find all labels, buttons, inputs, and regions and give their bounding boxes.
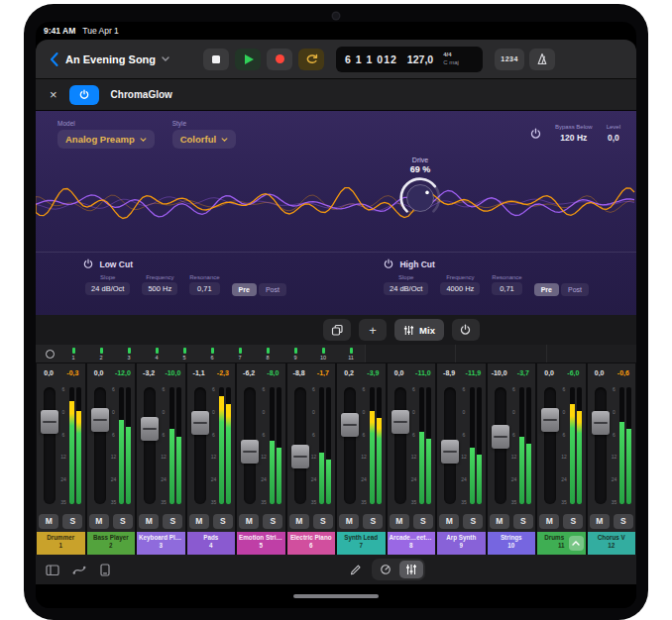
- post-button[interactable]: Post: [561, 283, 589, 296]
- home-indicator[interactable]: [293, 594, 379, 598]
- edit-button[interactable]: [349, 564, 362, 576]
- fader-handle[interactable]: [592, 411, 610, 435]
- high-cut-slope[interactable]: Slope 24 dB/Oct: [384, 274, 428, 295]
- fader-handle[interactable]: [492, 425, 509, 449]
- channel-volume-db[interactable]: -1,1: [187, 369, 211, 376]
- ruler-bar-cell[interactable]: 1: [59, 345, 87, 362]
- ruler-bar-cell[interactable]: 7: [226, 345, 254, 362]
- copy-button[interactable]: [323, 319, 351, 341]
- track-name-plate[interactable]: Keyboard Player3: [137, 532, 185, 555]
- mute-button[interactable]: M: [289, 514, 309, 529]
- mute-button[interactable]: M: [39, 514, 58, 529]
- mute-button[interactable]: M: [239, 514, 259, 529]
- ruler-bar-cell[interactable]: 8: [254, 345, 281, 362]
- song-title[interactable]: An Evening Song: [65, 53, 156, 65]
- count-in-button[interactable]: 1234: [495, 49, 524, 70]
- mixer-power-button[interactable]: [452, 319, 480, 341]
- ruler-bar-cell[interactable]: 3: [115, 345, 143, 362]
- post-button[interactable]: Post: [259, 283, 286, 296]
- fader-handle[interactable]: [441, 440, 459, 464]
- model-selector[interactable]: Analog Preamp: [57, 130, 155, 149]
- browser-button[interactable]: [46, 564, 59, 576]
- ruler-bar-cell[interactable]: 4: [143, 345, 170, 362]
- channel-volume-db[interactable]: -6,2: [237, 369, 261, 376]
- solo-button[interactable]: S: [313, 514, 333, 529]
- controls-view-button[interactable]: [374, 561, 397, 578]
- fader-handle[interactable]: [241, 440, 259, 464]
- track-name-plate[interactable]: Synth Lead7: [337, 532, 386, 555]
- channel-volume-db[interactable]: -3,2: [137, 369, 161, 376]
- fader-handle[interactable]: [141, 417, 159, 441]
- fader-handle[interactable]: [341, 413, 359, 437]
- bypass-power-button[interactable]: [530, 128, 541, 140]
- fader-handle[interactable]: [541, 408, 559, 432]
- mute-button[interactable]: M: [390, 514, 409, 529]
- bypass-below-control[interactable]: Bypass Below 120 Hz: [555, 124, 593, 143]
- fader-handle[interactable]: [91, 408, 109, 432]
- solo-button[interactable]: S: [163, 514, 182, 529]
- track-name-plate[interactable]: Drummer1: [37, 532, 85, 555]
- solo-button[interactable]: S: [213, 514, 233, 529]
- solo-button[interactable]: S: [62, 514, 82, 529]
- solo-button[interactable]: S: [113, 514, 133, 529]
- mute-button[interactable]: M: [490, 514, 509, 529]
- cycle-button[interactable]: [298, 49, 324, 70]
- channel-volume-db[interactable]: 0,0: [388, 369, 411, 376]
- channel-volume-db[interactable]: 0,0: [87, 369, 111, 376]
- solo-button[interactable]: S: [513, 514, 533, 529]
- fader-handle[interactable]: [191, 411, 209, 435]
- mute-button[interactable]: M: [439, 514, 459, 529]
- channel-volume-db[interactable]: 0,0: [37, 369, 60, 376]
- add-plugin-button[interactable]: +: [359, 319, 387, 341]
- fader-handle[interactable]: [392, 410, 409, 434]
- fader-handle[interactable]: [291, 445, 309, 468]
- ruler-bar-cell[interactable]: 5: [170, 345, 198, 362]
- mute-button[interactable]: M: [590, 514, 610, 529]
- metronome-button[interactable]: [529, 49, 555, 70]
- pre-button[interactable]: Pre: [232, 283, 257, 296]
- drive-knob[interactable]: [398, 176, 442, 220]
- play-button[interactable]: [235, 49, 261, 70]
- record-button[interactable]: [267, 49, 292, 70]
- high-cut-frequency[interactable]: Frequency 4000 Hz: [440, 274, 480, 295]
- ruler-bar-cell[interactable]: 10: [309, 345, 337, 362]
- ruler-bar-cell[interactable]: 2: [87, 345, 115, 362]
- style-selector[interactable]: Colorful: [172, 130, 236, 149]
- track-name-plate[interactable]: Strings10: [488, 532, 536, 555]
- channel-volume-db[interactable]: 0,2: [337, 369, 361, 376]
- device-button[interactable]: [99, 564, 111, 576]
- ruler-bar-cell[interactable]: 11: [337, 345, 365, 362]
- mute-button[interactable]: M: [89, 514, 109, 529]
- fader-handle[interactable]: [41, 410, 58, 434]
- channel-volume-db[interactable]: -8,9: [437, 369, 461, 376]
- mixer-view-button[interactable]: [399, 561, 423, 578]
- mute-button[interactable]: M: [139, 514, 159, 529]
- track-name-plate[interactable]: Arp Synth9: [437, 532, 486, 555]
- track-name-plate[interactable]: Electric Piano6: [287, 532, 336, 555]
- solo-button[interactable]: S: [463, 514, 483, 529]
- low-cut-resonance[interactable]: Resonance 0,71: [189, 274, 219, 295]
- bar-ruler[interactable]: 1234567891011: [36, 345, 636, 363]
- channel-volume-db[interactable]: -8,8: [287, 369, 311, 376]
- high-cut-resonance[interactable]: Resonance 0,71: [492, 274, 521, 295]
- track-name-plate[interactable]: Pads4: [187, 532, 236, 555]
- mute-button[interactable]: M: [339, 514, 359, 529]
- track-name-plate[interactable]: Arcade…eet Pad8: [388, 532, 436, 555]
- solo-button[interactable]: S: [614, 514, 633, 529]
- track-name-plate[interactable]: Emotion Strings5: [237, 532, 285, 555]
- lcd-display[interactable]: 6 1 1 012 127,0 4/4 C maj: [336, 47, 483, 72]
- channel-volume-db[interactable]: 0,0: [588, 369, 612, 376]
- track-name-plate[interactable]: Bass Player2: [87, 532, 136, 555]
- high-cut-power-button[interactable]: [384, 258, 393, 269]
- solo-button[interactable]: S: [563, 514, 583, 529]
- low-cut-slope[interactable]: Slope 24 dB/Oct: [85, 274, 130, 295]
- routing-button[interactable]: [72, 564, 86, 576]
- stop-button[interactable]: [203, 49, 229, 70]
- low-cut-frequency[interactable]: Frequency 500 Hz: [142, 274, 177, 295]
- low-cut-power-button[interactable]: [83, 258, 93, 269]
- solo-button[interactable]: S: [413, 514, 433, 529]
- level-control[interactable]: Level 0,0: [607, 124, 620, 143]
- pre-button[interactable]: Pre: [534, 283, 559, 296]
- mute-button[interactable]: M: [189, 514, 209, 529]
- solo-button[interactable]: S: [263, 514, 282, 529]
